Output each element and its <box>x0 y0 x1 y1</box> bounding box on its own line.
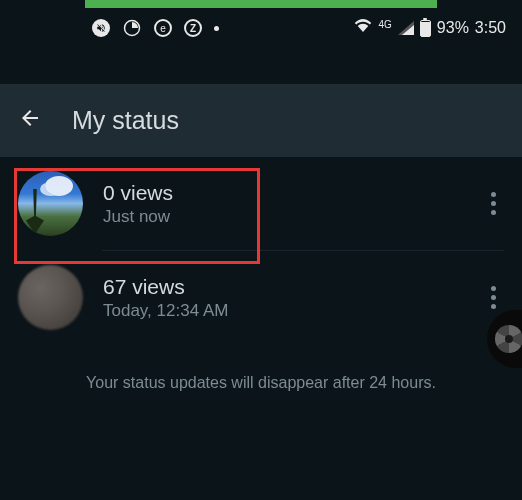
status-thumbnail <box>18 171 83 236</box>
dnd-icon <box>122 18 142 38</box>
status-item-1[interactable]: 67 views Today, 12:34 AM <box>0 251 522 344</box>
signal-icon <box>398 21 414 35</box>
network-label: 4G <box>378 19 391 30</box>
status-views-count: 67 views <box>103 275 483 299</box>
z-icon: Z <box>184 19 202 37</box>
battery-icon <box>420 20 431 37</box>
status-timestamp: Today, 12:34 AM <box>103 301 483 321</box>
status-views-count: 0 views <box>103 181 483 205</box>
more-options-button[interactable] <box>483 184 504 223</box>
page-title: My status <box>72 106 179 135</box>
overflow-dot-icon <box>214 26 219 31</box>
back-button[interactable] <box>18 106 42 136</box>
camera-aperture-icon <box>495 325 522 353</box>
wifi-icon <box>354 19 372 37</box>
clock: 3:50 <box>475 19 506 37</box>
more-options-button[interactable] <box>483 278 504 317</box>
battery-percent: 93% <box>437 19 469 37</box>
status-item-0[interactable]: 0 views Just now <box>0 157 522 250</box>
android-status-bar: e Z 4G 93% 3:50 <box>0 8 522 48</box>
top-accent-bar <box>85 0 437 8</box>
app-header: My status <box>0 84 522 157</box>
e-icon: e <box>154 19 172 37</box>
mute-icon <box>92 19 110 37</box>
footer-hint: Your status updates will disappear after… <box>0 374 522 392</box>
status-timestamp: Just now <box>103 207 483 227</box>
status-thumbnail <box>18 265 83 330</box>
